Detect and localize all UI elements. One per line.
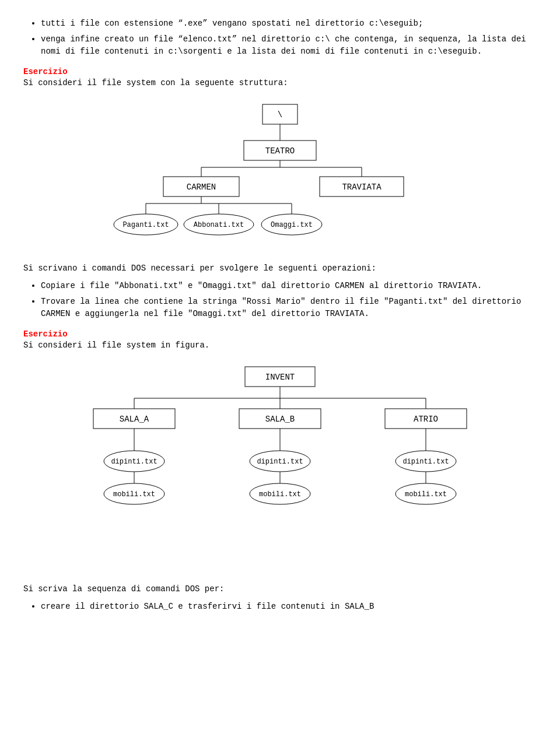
svg-text:ATRIO: ATRIO <box>414 415 438 424</box>
svg-text:SALA_A: SALA_A <box>120 415 149 424</box>
svg-text:mobili.txt: mobili.txt <box>405 490 447 499</box>
bullet-item-1: tutti i file con estensione “.exe” venga… <box>41 17 537 30</box>
esercizio-label-1: Esercizio <box>23 67 68 76</box>
esercizio-text-2: Si consideri il file system in figura. <box>23 341 209 350</box>
svg-text:TEATRO: TEATRO <box>265 146 295 156</box>
section-final: Si scriva la sequenza di comandi DOS per… <box>23 582 537 612</box>
section-esercizio-1: Esercizio Si consideri il file system co… <box>23 67 537 89</box>
dos-instructions-label: Si scrivano i comandi DOS necessari per … <box>23 262 537 275</box>
svg-text:Omaggi.txt: Omaggi.txt <box>271 221 313 229</box>
section-bullets-1: tutti i file con estensione “.exe” venga… <box>23 17 537 58</box>
svg-text:dipinti.txt: dipinti.txt <box>402 458 449 466</box>
final-text: Si scriva la sequenza di comandi DOS per… <box>23 582 537 595</box>
bullet-list-1: tutti i file con estensione “.exe” venga… <box>41 17 537 58</box>
esercizio-text-1: Si consideri il file system con la segue… <box>23 78 288 87</box>
final-bullet-list: creare il direttorio SALA_C e trasferirv… <box>41 601 537 613</box>
svg-text:TRAVIATA: TRAVIATA <box>342 182 382 192</box>
final-bullet-1: creare il direttorio SALA_C e trasferirv… <box>41 601 537 613</box>
tree2-svg: INVENT SALA_A SALA_B ATRIO dipinti.txt m… <box>76 361 484 571</box>
svg-text:Abbonati.txt: Abbonati.txt <box>194 221 244 229</box>
svg-text:dipinti.txt: dipinti.txt <box>111 458 157 466</box>
svg-text:mobili.txt: mobili.txt <box>259 490 301 499</box>
section-dos: Si scrivano i comandi DOS necessari per … <box>23 262 537 320</box>
dos-bullet-list: Copiare i file "Abbonati.txt" e "Omaggi.… <box>41 280 537 320</box>
svg-text:dipinti.txt: dipinti.txt <box>257 458 303 466</box>
esercizio-label-2: Esercizio <box>23 329 68 339</box>
svg-text:SALA_B: SALA_B <box>265 415 295 424</box>
tree1-svg: \ TEATRO CARMEN TRAVIATA Paganti.txt <box>111 99 449 250</box>
dos-bullet-2: Trovare la linea che contiene la stringa… <box>41 296 537 320</box>
dos-bullet-1: Copiare i file "Abbonati.txt" e "Omaggi.… <box>41 280 537 292</box>
svg-text:Paganti.txt: Paganti.txt <box>123 221 169 229</box>
tree1-container: \ TEATRO CARMEN TRAVIATA Paganti.txt <box>23 99 537 250</box>
tree2-container: INVENT SALA_A SALA_B ATRIO dipinti.txt m… <box>23 361 537 571</box>
svg-text:INVENT: INVENT <box>265 373 295 382</box>
section-esercizio-2: Esercizio Si consideri il file system in… <box>23 329 537 352</box>
svg-text:mobili.txt: mobili.txt <box>113 490 155 499</box>
bullet-item-2: venga infine creato un file “elenco.txt”… <box>41 33 537 58</box>
svg-text:CARMEN: CARMEN <box>187 182 216 192</box>
svg-text:\: \ <box>278 110 282 120</box>
